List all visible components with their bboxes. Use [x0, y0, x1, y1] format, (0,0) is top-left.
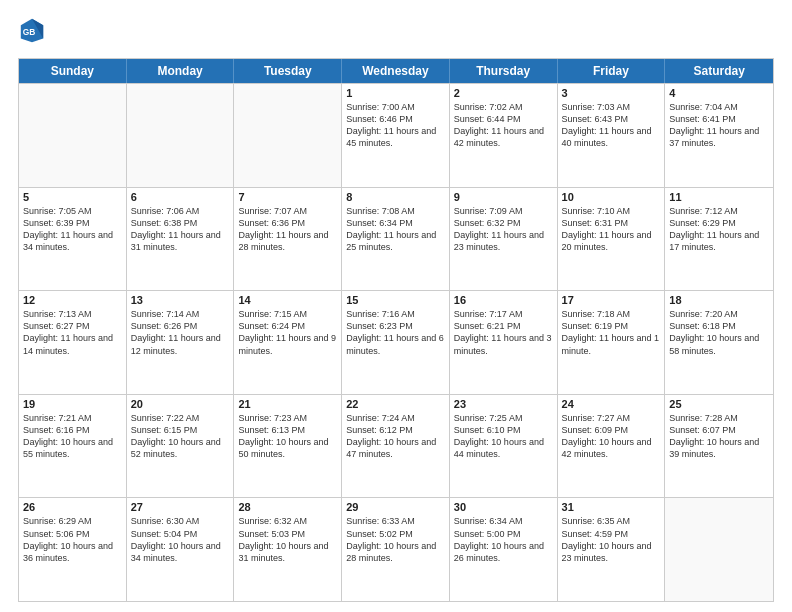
- calendar-row: 1Sunrise: 7:00 AM Sunset: 6:46 PM Daylig…: [19, 83, 773, 187]
- calendar-cell: 18Sunrise: 7:20 AM Sunset: 6:18 PM Dayli…: [665, 291, 773, 394]
- cell-info-text: Sunrise: 6:30 AM Sunset: 5:04 PM Dayligh…: [131, 515, 230, 564]
- cell-date-number: 12: [23, 294, 122, 306]
- cell-info-text: Sunrise: 7:08 AM Sunset: 6:34 PM Dayligh…: [346, 205, 445, 254]
- calendar-cell: 23Sunrise: 7:25 AM Sunset: 6:10 PM Dayli…: [450, 395, 558, 498]
- cell-date-number: 16: [454, 294, 553, 306]
- calendar-cell: 16Sunrise: 7:17 AM Sunset: 6:21 PM Dayli…: [450, 291, 558, 394]
- cell-info-text: Sunrise: 7:05 AM Sunset: 6:39 PM Dayligh…: [23, 205, 122, 254]
- calendar-cell: 11Sunrise: 7:12 AM Sunset: 6:29 PM Dayli…: [665, 188, 773, 291]
- calendar-cell: [19, 84, 127, 187]
- weekday-header: Monday: [127, 59, 235, 83]
- calendar-cell: 5Sunrise: 7:05 AM Sunset: 6:39 PM Daylig…: [19, 188, 127, 291]
- cell-date-number: 19: [23, 398, 122, 410]
- calendar-cell: [665, 498, 773, 601]
- cell-info-text: Sunrise: 7:27 AM Sunset: 6:09 PM Dayligh…: [562, 412, 661, 461]
- weekday-header: Friday: [558, 59, 666, 83]
- calendar-cell: 2Sunrise: 7:02 AM Sunset: 6:44 PM Daylig…: [450, 84, 558, 187]
- calendar-cell: 1Sunrise: 7:00 AM Sunset: 6:46 PM Daylig…: [342, 84, 450, 187]
- cell-info-text: Sunrise: 7:21 AM Sunset: 6:16 PM Dayligh…: [23, 412, 122, 461]
- calendar-header-row: SundayMondayTuesdayWednesdayThursdayFrid…: [19, 59, 773, 83]
- calendar-cell: 20Sunrise: 7:22 AM Sunset: 6:15 PM Dayli…: [127, 395, 235, 498]
- cell-date-number: 29: [346, 501, 445, 513]
- calendar-cell: 29Sunrise: 6:33 AM Sunset: 5:02 PM Dayli…: [342, 498, 450, 601]
- calendar-cell: 4Sunrise: 7:04 AM Sunset: 6:41 PM Daylig…: [665, 84, 773, 187]
- calendar-cell: 26Sunrise: 6:29 AM Sunset: 5:06 PM Dayli…: [19, 498, 127, 601]
- cell-info-text: Sunrise: 7:28 AM Sunset: 6:07 PM Dayligh…: [669, 412, 769, 461]
- cell-date-number: 28: [238, 501, 337, 513]
- cell-date-number: 7: [238, 191, 337, 203]
- calendar-cell: 31Sunrise: 6:35 AM Sunset: 4:59 PM Dayli…: [558, 498, 666, 601]
- cell-info-text: Sunrise: 7:07 AM Sunset: 6:36 PM Dayligh…: [238, 205, 337, 254]
- cell-date-number: 6: [131, 191, 230, 203]
- cell-info-text: Sunrise: 7:15 AM Sunset: 6:24 PM Dayligh…: [238, 308, 337, 357]
- cell-date-number: 4: [669, 87, 769, 99]
- cell-info-text: Sunrise: 7:12 AM Sunset: 6:29 PM Dayligh…: [669, 205, 769, 254]
- logo-icon: GB: [18, 16, 46, 48]
- cell-date-number: 2: [454, 87, 553, 99]
- cell-info-text: Sunrise: 7:02 AM Sunset: 6:44 PM Dayligh…: [454, 101, 553, 150]
- cell-date-number: 11: [669, 191, 769, 203]
- cell-date-number: 25: [669, 398, 769, 410]
- calendar-cell: 9Sunrise: 7:09 AM Sunset: 6:32 PM Daylig…: [450, 188, 558, 291]
- cell-date-number: 5: [23, 191, 122, 203]
- cell-date-number: 23: [454, 398, 553, 410]
- calendar-cell: 30Sunrise: 6:34 AM Sunset: 5:00 PM Dayli…: [450, 498, 558, 601]
- calendar-cell: 3Sunrise: 7:03 AM Sunset: 6:43 PM Daylig…: [558, 84, 666, 187]
- calendar-cell: 27Sunrise: 6:30 AM Sunset: 5:04 PM Dayli…: [127, 498, 235, 601]
- cell-info-text: Sunrise: 7:24 AM Sunset: 6:12 PM Dayligh…: [346, 412, 445, 461]
- weekday-header: Sunday: [19, 59, 127, 83]
- cell-date-number: 21: [238, 398, 337, 410]
- calendar-cell: 28Sunrise: 6:32 AM Sunset: 5:03 PM Dayli…: [234, 498, 342, 601]
- cell-info-text: Sunrise: 7:17 AM Sunset: 6:21 PM Dayligh…: [454, 308, 553, 357]
- weekday-header: Tuesday: [234, 59, 342, 83]
- calendar: SundayMondayTuesdayWednesdayThursdayFrid…: [18, 58, 774, 602]
- cell-info-text: Sunrise: 6:32 AM Sunset: 5:03 PM Dayligh…: [238, 515, 337, 564]
- calendar-cell: 12Sunrise: 7:13 AM Sunset: 6:27 PM Dayli…: [19, 291, 127, 394]
- cell-date-number: 26: [23, 501, 122, 513]
- svg-text:GB: GB: [23, 27, 36, 37]
- calendar-cell: [234, 84, 342, 187]
- cell-date-number: 8: [346, 191, 445, 203]
- cell-info-text: Sunrise: 7:04 AM Sunset: 6:41 PM Dayligh…: [669, 101, 769, 150]
- cell-info-text: Sunrise: 6:34 AM Sunset: 5:00 PM Dayligh…: [454, 515, 553, 564]
- cell-info-text: Sunrise: 7:06 AM Sunset: 6:38 PM Dayligh…: [131, 205, 230, 254]
- calendar-row: 19Sunrise: 7:21 AM Sunset: 6:16 PM Dayli…: [19, 394, 773, 498]
- cell-info-text: Sunrise: 6:33 AM Sunset: 5:02 PM Dayligh…: [346, 515, 445, 564]
- cell-date-number: 30: [454, 501, 553, 513]
- calendar-row: 26Sunrise: 6:29 AM Sunset: 5:06 PM Dayli…: [19, 497, 773, 601]
- logo: GB: [18, 16, 50, 48]
- cell-date-number: 14: [238, 294, 337, 306]
- weekday-header: Wednesday: [342, 59, 450, 83]
- calendar-cell: 19Sunrise: 7:21 AM Sunset: 6:16 PM Dayli…: [19, 395, 127, 498]
- cell-date-number: 24: [562, 398, 661, 410]
- calendar-cell: 14Sunrise: 7:15 AM Sunset: 6:24 PM Dayli…: [234, 291, 342, 394]
- calendar-cell: 22Sunrise: 7:24 AM Sunset: 6:12 PM Dayli…: [342, 395, 450, 498]
- cell-info-text: Sunrise: 7:16 AM Sunset: 6:23 PM Dayligh…: [346, 308, 445, 357]
- calendar-row: 12Sunrise: 7:13 AM Sunset: 6:27 PM Dayli…: [19, 290, 773, 394]
- header: GB: [18, 16, 774, 48]
- cell-info-text: Sunrise: 7:10 AM Sunset: 6:31 PM Dayligh…: [562, 205, 661, 254]
- cell-date-number: 31: [562, 501, 661, 513]
- calendar-cell: 24Sunrise: 7:27 AM Sunset: 6:09 PM Dayli…: [558, 395, 666, 498]
- cell-date-number: 17: [562, 294, 661, 306]
- cell-info-text: Sunrise: 7:25 AM Sunset: 6:10 PM Dayligh…: [454, 412, 553, 461]
- cell-info-text: Sunrise: 7:20 AM Sunset: 6:18 PM Dayligh…: [669, 308, 769, 357]
- cell-info-text: Sunrise: 7:13 AM Sunset: 6:27 PM Dayligh…: [23, 308, 122, 357]
- cell-date-number: 3: [562, 87, 661, 99]
- cell-info-text: Sunrise: 7:14 AM Sunset: 6:26 PM Dayligh…: [131, 308, 230, 357]
- calendar-row: 5Sunrise: 7:05 AM Sunset: 6:39 PM Daylig…: [19, 187, 773, 291]
- cell-info-text: Sunrise: 6:35 AM Sunset: 4:59 PM Dayligh…: [562, 515, 661, 564]
- cell-info-text: Sunrise: 6:29 AM Sunset: 5:06 PM Dayligh…: [23, 515, 122, 564]
- cell-info-text: Sunrise: 7:09 AM Sunset: 6:32 PM Dayligh…: [454, 205, 553, 254]
- cell-info-text: Sunrise: 7:23 AM Sunset: 6:13 PM Dayligh…: [238, 412, 337, 461]
- calendar-cell: [127, 84, 235, 187]
- cell-date-number: 15: [346, 294, 445, 306]
- cell-date-number: 20: [131, 398, 230, 410]
- cell-date-number: 13: [131, 294, 230, 306]
- cell-date-number: 18: [669, 294, 769, 306]
- calendar-cell: 17Sunrise: 7:18 AM Sunset: 6:19 PM Dayli…: [558, 291, 666, 394]
- cell-date-number: 9: [454, 191, 553, 203]
- calendar-body: 1Sunrise: 7:00 AM Sunset: 6:46 PM Daylig…: [19, 83, 773, 601]
- calendar-cell: 15Sunrise: 7:16 AM Sunset: 6:23 PM Dayli…: [342, 291, 450, 394]
- cell-info-text: Sunrise: 7:03 AM Sunset: 6:43 PM Dayligh…: [562, 101, 661, 150]
